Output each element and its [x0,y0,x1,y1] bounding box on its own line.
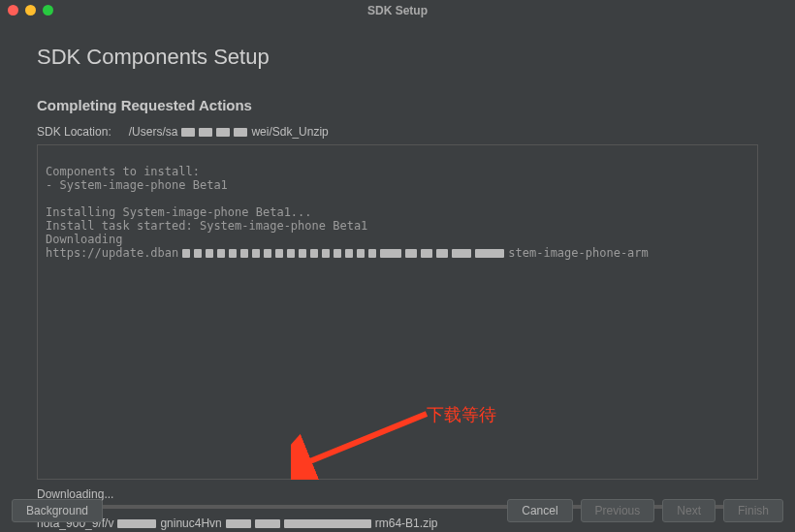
redaction [299,249,306,258]
redaction [405,249,417,258]
redaction [452,249,471,258]
dialog-footer: Background Cancel Previous Next Finish [0,499,795,522]
redaction [264,249,271,258]
redaction [421,249,432,258]
redaction [436,249,448,258]
traffic-lights [8,5,53,16]
redaction [217,249,225,258]
previous-button: Previous [581,499,655,522]
redaction [206,249,213,258]
redaction [181,128,195,137]
redaction [229,249,237,258]
sdk-location-row: SDK Location: /Users/sa wei/Sdk_Unzip [37,125,758,139]
install-log-console: Components to install: - System-image-ph… [37,144,758,480]
redaction [368,249,376,258]
sdk-location-value: /Users/sa wei/Sdk_Unzip [129,125,329,139]
redaction [345,249,353,258]
redaction [234,128,247,137]
redaction [357,249,365,258]
redaction [194,249,202,258]
window-title: SDK Setup [0,4,795,17]
download-url-line: https://update.dban stem-image-phone-arm [46,246,749,260]
redaction [182,249,190,258]
next-button: Next [662,499,716,522]
redaction [322,249,330,258]
maximize-icon[interactable] [43,5,53,16]
page-subtitle: Completing Requested Actions [37,97,758,113]
redaction [287,249,295,258]
sdk-location-label: SDK Location: [37,125,111,139]
redaction [380,249,401,258]
redaction [475,249,504,258]
page-title: SDK Components Setup [37,45,758,70]
redaction [334,249,341,258]
window-titlebar: SDK Setup [0,0,795,21]
cancel-button[interactable]: Cancel [507,499,572,522]
finish-button: Finish [723,499,783,522]
background-button[interactable]: Background [12,499,103,522]
redaction [199,128,212,137]
close-icon[interactable] [8,5,18,16]
redaction [252,249,260,258]
annotation-text: 下载等待 [427,403,496,426]
redaction [216,128,230,137]
redaction [240,249,248,258]
minimize-icon[interactable] [25,5,36,16]
redaction [275,249,283,258]
redaction [310,249,318,258]
